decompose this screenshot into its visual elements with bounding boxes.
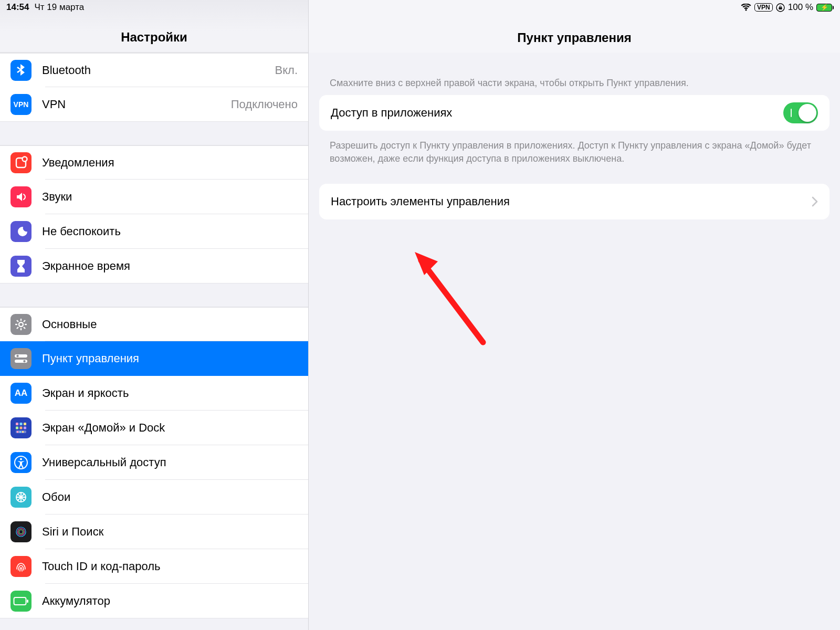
sidebar-item-label: VPN bbox=[42, 98, 66, 111]
sidebar-item-label: Экранное время bbox=[42, 259, 130, 273]
sidebar-item-label: Пункт управления bbox=[42, 352, 139, 365]
sidebar-item-label: Экран «Домой» и Dock bbox=[42, 421, 165, 435]
customize-controls-label: Настроить элементы управления bbox=[331, 195, 510, 208]
access-in-apps-group: Доступ в приложениях bbox=[319, 95, 830, 131]
notifications-icon bbox=[10, 152, 32, 173]
svg-rect-20 bbox=[20, 427, 23, 429]
sidebar-item-label: Обои bbox=[42, 490, 70, 504]
sidebar-item-bluetooth[interactable]: Bluetooth Вкл. bbox=[0, 52, 308, 87]
customize-controls-group: Настроить элементы управления bbox=[319, 184, 830, 219]
dnd-icon bbox=[10, 221, 32, 242]
svg-rect-19 bbox=[16, 427, 18, 429]
svg-rect-25 bbox=[22, 431, 24, 433]
sidebar-item-label: Siri и Поиск bbox=[42, 525, 103, 539]
svg-line-9 bbox=[24, 327, 25, 329]
sidebar-group-connectivity: Bluetooth Вкл. VPN VPN Подключено bbox=[0, 52, 308, 122]
status-date: Чт 19 марта bbox=[34, 2, 84, 13]
sidebar-item-accessibility[interactable]: Универсальный доступ bbox=[0, 445, 308, 480]
svg-line-10 bbox=[17, 327, 18, 329]
sidebar-item-label: Звуки bbox=[42, 190, 72, 204]
sidebar-group-general: Основные Пункт управления AA Экран и ярк… bbox=[0, 307, 308, 618]
sidebar-item-battery[interactable]: Аккумулятор bbox=[0, 584, 308, 618]
display-icon: AA bbox=[10, 383, 32, 404]
sidebar-item-wallpaper[interactable]: Обои bbox=[0, 480, 308, 514]
detail-hint-top: Смахните вниз с верхней правой части экр… bbox=[319, 77, 830, 95]
siri-icon bbox=[10, 521, 32, 542]
sidebar-group-notifications: Уведомления Звуки Не беспокоить bbox=[0, 145, 308, 284]
svg-rect-38 bbox=[27, 600, 28, 603]
svg-point-15 bbox=[23, 360, 25, 362]
sidebar-item-siri[interactable]: Siri и Поиск bbox=[0, 514, 308, 549]
sidebar-item-label: Не беспокоить bbox=[42, 225, 121, 238]
svg-rect-24 bbox=[19, 431, 21, 433]
access-in-apps-row: Доступ в приложениях bbox=[319, 95, 830, 131]
svg-rect-23 bbox=[17, 431, 18, 433]
access-in-apps-toggle[interactable] bbox=[783, 102, 818, 123]
sidebar-item-label: Bluetooth bbox=[42, 64, 91, 77]
sidebar-item-label: Экран и яркость bbox=[42, 386, 129, 400]
sidebar-item-vpn[interactable]: VPN VPN Подключено bbox=[0, 87, 308, 122]
orientation-lock-icon bbox=[776, 3, 785, 12]
settings-sidebar: Настройки Bluetooth Вкл. VPN VPN Подключ… bbox=[0, 0, 309, 630]
svg-point-13 bbox=[16, 355, 18, 357]
sidebar-item-value: Подключено bbox=[231, 98, 298, 111]
sidebar-item-notifications[interactable]: Уведомления bbox=[0, 145, 308, 180]
sidebar-item-display[interactable]: AA Экран и яркость bbox=[0, 376, 308, 411]
svg-line-8 bbox=[17, 320, 18, 322]
homescreen-icon bbox=[10, 417, 32, 438]
sidebar-item-general[interactable]: Основные bbox=[0, 307, 308, 341]
battery-percent: 100 % bbox=[788, 2, 813, 13]
sidebar-item-label: Универсальный доступ bbox=[42, 456, 166, 469]
svg-line-11 bbox=[24, 320, 25, 322]
svg-rect-37 bbox=[14, 597, 26, 605]
svg-point-27 bbox=[20, 458, 22, 460]
sidebar-item-homescreen[interactable]: Экран «Домой» и Dock bbox=[0, 411, 308, 445]
sidebar-item-label: Touch ID и код-пароль bbox=[42, 560, 161, 573]
customize-controls-row[interactable]: Настроить элементы управления bbox=[319, 184, 830, 219]
wifi-icon bbox=[741, 4, 751, 12]
sidebar-item-label: Основные bbox=[42, 318, 97, 331]
sidebar-item-screentime[interactable]: Экранное время bbox=[0, 249, 308, 284]
touchid-icon bbox=[10, 556, 32, 577]
status-time: 14:54 bbox=[6, 2, 29, 13]
wallpaper-icon bbox=[10, 487, 32, 508]
svg-point-2 bbox=[23, 156, 27, 161]
detail-hint-below: Разрешить доступ к Пункту управления в п… bbox=[319, 137, 830, 171]
battery-icon: ⚡ bbox=[816, 4, 834, 12]
svg-point-3 bbox=[19, 322, 23, 327]
battery-settings-icon bbox=[10, 591, 32, 612]
status-bar: 14:54 Чт 19 марта VPN 100 % ⚡ bbox=[0, 0, 840, 15]
sidebar-item-sounds[interactable]: Звуки bbox=[0, 180, 308, 214]
control-center-icon bbox=[10, 348, 32, 369]
screentime-icon bbox=[10, 256, 32, 277]
sidebar-item-value: Вкл. bbox=[275, 64, 298, 77]
sidebar-item-touchid[interactable]: Touch ID и код-пароль bbox=[0, 549, 308, 584]
sidebar-item-label: Уведомления bbox=[42, 156, 114, 170]
sidebar-item-dnd[interactable]: Не беспокоить bbox=[0, 214, 308, 249]
chevron-right-icon bbox=[812, 196, 818, 207]
sidebar-item-controlcenter[interactable]: Пункт управления bbox=[0, 341, 308, 376]
toggle-label: Доступ в приложениях bbox=[331, 106, 452, 120]
bluetooth-icon bbox=[10, 60, 32, 81]
svg-rect-16 bbox=[16, 423, 18, 425]
sounds-icon bbox=[10, 186, 32, 207]
detail-pane: Пункт управления Смахните вниз с верхней… bbox=[309, 0, 840, 630]
gear-icon bbox=[10, 314, 32, 335]
svg-rect-17 bbox=[20, 423, 23, 425]
accessibility-icon bbox=[10, 452, 32, 473]
svg-rect-21 bbox=[24, 427, 26, 429]
vpn-badge-icon: VPN bbox=[754, 3, 773, 12]
svg-rect-18 bbox=[24, 423, 26, 425]
vpn-icon: VPN bbox=[10, 94, 32, 115]
sidebar-item-label: Аккумулятор bbox=[42, 594, 110, 608]
